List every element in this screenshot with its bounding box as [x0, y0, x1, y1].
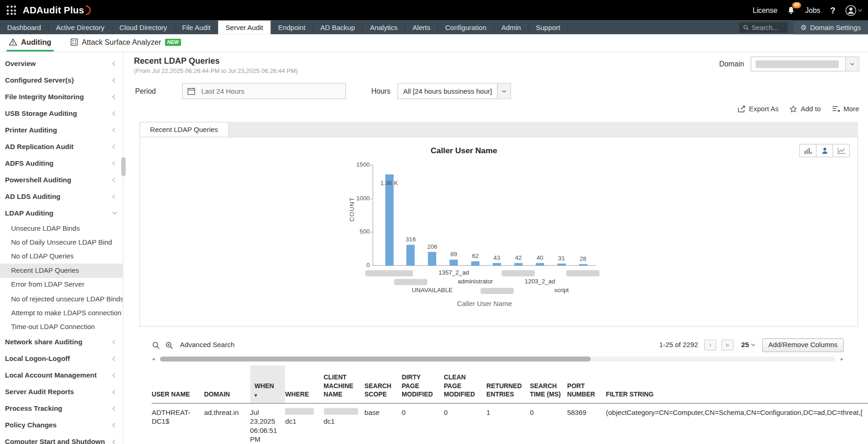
sidebar-item-no-of-rejected-unsecure-ldap-binds[interactable]: No of rejected unsecure LDAP Binds	[0, 292, 123, 306]
sidebar-item-error-from-ldap-server[interactable]: Error from LDAP Server	[0, 278, 123, 292]
nav-tab-support[interactable]: Support	[529, 20, 568, 34]
chart-bar[interactable]	[557, 264, 566, 266]
column-header-search-scope[interactable]: SEARCH SCOPE	[365, 366, 402, 403]
sidebar-item-unsecure-ldap-binds[interactable]: Unsecure LDAP Binds	[0, 222, 123, 235]
sidebar-item-configured-server-s[interactable]: Configured Server(s)	[0, 72, 123, 89]
help-icon[interactable]: ?	[830, 6, 835, 15]
column-header-domain[interactable]: DOMAIN	[204, 366, 250, 403]
column-header-client-machine-name[interactable]: CLIENT MACHINE NAME	[323, 366, 365, 403]
chart-bar[interactable]	[514, 263, 522, 266]
column-header-port-number[interactable]: PORT NUMBER	[567, 366, 606, 403]
license-link[interactable]: License	[753, 6, 778, 14]
scrollbar-track[interactable]	[160, 357, 836, 362]
sidebar-item-ldap-auditing[interactable]: LDAP Auditing	[0, 205, 123, 222]
chevron-left-icon	[112, 95, 117, 99]
sidebar-item-no-of-daily-unsecure-ldap-bind[interactable]: No of Daily Unsecure LDAP Bind	[0, 235, 123, 249]
chart-bar[interactable]	[449, 260, 458, 266]
nav-tab-file-audit[interactable]: File Audit	[175, 20, 218, 34]
tab-auditing[interactable]: Auditing	[6, 34, 54, 51]
table-row[interactable]: ADTHREAT-DC1$ad.threat.inJul 23,2025 06:…	[152, 403, 868, 444]
nav-tab-cloud-directory[interactable]: Cloud Directory	[112, 20, 175, 34]
sidebar-item-usb-storage-auditing[interactable]: USB Storage Auditing	[0, 105, 123, 122]
chevron-left-icon	[112, 111, 117, 116]
sidebar-item-time-out-ldap-connection[interactable]: Time-out LDAP Connection	[0, 320, 123, 334]
search-button[interactable]	[152, 341, 160, 349]
period-picker[interactable]: Last 24 Hours	[182, 83, 346, 99]
sidebar-item-attempt-to-make-ldaps-connection[interactable]: Attempt to make LDAPS connection	[0, 306, 123, 320]
column-header-where[interactable]: WHERE	[285, 366, 323, 403]
nav-tab-server-audit[interactable]: Server Audit	[218, 20, 271, 34]
scroll-left-icon[interactable]: ◄	[151, 357, 156, 362]
chart-bar[interactable]	[428, 252, 437, 266]
chart-bar[interactable]	[471, 261, 479, 266]
nav-tab-configuration[interactable]: Configuration	[438, 20, 494, 34]
chart-bar[interactable]	[407, 245, 415, 266]
sidebar-item-ad-lds-auditing[interactable]: AD LDS Auditing	[0, 188, 123, 205]
sidebar-item-recent-ldap-queries[interactable]: Recent LDAP Queries	[0, 264, 123, 277]
chart-bar[interactable]	[536, 263, 544, 266]
sidebar-item-adfs-auditing[interactable]: ADFS Auditing	[0, 155, 123, 172]
jobs-link[interactable]: Jobs	[805, 6, 820, 14]
column-header-clean-page-modified[interactable]: CLEAN PAGE MODIFIED	[444, 366, 486, 403]
nav-tab-endpoint[interactable]: Endpoint	[271, 20, 313, 34]
app-logo: ADAudit Plus	[23, 5, 91, 16]
advanced-search-icon	[165, 341, 173, 349]
export-as-button[interactable]: Export As	[737, 105, 778, 113]
nav-tab-active-directory[interactable]: Active Directory	[49, 20, 112, 34]
tab-recent-ldap-queries[interactable]: Recent LDAP Queries	[139, 122, 228, 137]
nav-tab-dashboard[interactable]: Dashboard	[0, 20, 49, 34]
chart-view-user-button[interactable]	[816, 144, 833, 157]
page-size-select[interactable]: 25	[741, 341, 754, 349]
sidebar-collapse-handle[interactable]	[121, 157, 126, 176]
nav-tab-analytics[interactable]: Analytics	[363, 20, 405, 34]
sidebar-item-network-share-auditing[interactable]: Network share Auditing	[0, 334, 123, 351]
chart-type-line-button[interactable]	[832, 144, 850, 157]
sidebar-item-process-tracking[interactable]: Process Tracking	[0, 400, 123, 417]
scroll-right-icon[interactable]: ►	[840, 357, 844, 362]
more-button[interactable]: More	[832, 105, 859, 113]
add-remove-columns-button[interactable]: Add/Remove Columns	[762, 338, 844, 352]
last-page-button[interactable]: »	[721, 339, 733, 350]
nav-tab-ad-backup[interactable]: AD Backup	[313, 20, 363, 34]
user-menu[interactable]	[845, 5, 862, 16]
sidebar-item-ad-replication-audit[interactable]: AD Replication Audit	[0, 138, 123, 155]
sidebar-item-powershell-auditing[interactable]: Powershell Auditing	[0, 172, 123, 188]
table-header-row: USER NAMEDOMAINWHEN▾WHERECLIENT MACHINE …	[152, 366, 868, 403]
sidebar-item-computer-start-and-shutdown[interactable]: Computer Start and Shutdown	[0, 433, 123, 444]
search-input[interactable]	[752, 24, 784, 31]
chart-bar[interactable]	[385, 174, 393, 266]
chart-bar[interactable]	[579, 264, 587, 266]
column-header-filter-string[interactable]: FILTER STRING	[606, 366, 868, 403]
sidebar-item-policy-changes[interactable]: Policy Changes	[0, 417, 123, 433]
chart-bar[interactable]	[493, 263, 501, 266]
advanced-search-button[interactable]	[165, 341, 173, 349]
sidebar-item-server-audit-reports[interactable]: Server Audit Reports	[0, 384, 123, 401]
domain-select[interactable]	[751, 56, 859, 71]
nav-tab-alerts[interactable]: Alerts	[405, 20, 438, 34]
chart-type-bar-button[interactable]	[799, 144, 816, 157]
sidebar-item-printer-auditing[interactable]: Printer Auditing	[0, 122, 123, 138]
next-page-button[interactable]: ›	[704, 339, 716, 350]
domain-settings-button[interactable]: ⚙ Domain Settings	[793, 20, 868, 34]
notifications-button[interactable]: 40	[787, 6, 795, 14]
add-to-button[interactable]: Add to	[790, 105, 820, 113]
column-header-returned-entries[interactable]: RETURNED ENTRIES	[486, 366, 530, 403]
column-header-search-time-ms[interactable]: SEARCH TIME (MS)	[530, 366, 567, 403]
sidebar-item-file-integrity-monitoring[interactable]: File Integrity Monitoring	[0, 89, 123, 105]
sidebar-item-local-account-management[interactable]: Local Account Management	[0, 367, 123, 384]
hours-select[interactable]: All [24 hours bussiness hour]	[398, 83, 511, 99]
sidebar-item-overview[interactable]: Overview	[0, 55, 123, 72]
scrollbar-thumb[interactable]	[160, 357, 591, 362]
column-header-when[interactable]: WHEN▾	[250, 366, 285, 403]
y-axis-tick-label: 500	[347, 228, 370, 235]
y-axis-tick-label: 1000	[347, 195, 370, 201]
tab-attack-surface-analyzer[interactable]: Attack Surface Analyzer NEW	[68, 34, 183, 51]
column-header-user-name[interactable]: USER NAME	[152, 366, 204, 403]
advanced-search-label[interactable]: Advanced Search	[180, 341, 234, 349]
column-header-dirty-page-modified[interactable]: DIRTY PAGE MODIFIED	[401, 366, 443, 403]
app-grid-icon[interactable]	[6, 6, 16, 15]
global-search[interactable]	[739, 22, 788, 33]
nav-tab-admin[interactable]: Admin	[494, 20, 529, 34]
sidebar-item-local-logon-logoff[interactable]: Local Logon-Logoff	[0, 351, 123, 367]
sidebar-item-no-of-ldap-queries[interactable]: No of LDAP Queries	[0, 250, 123, 264]
